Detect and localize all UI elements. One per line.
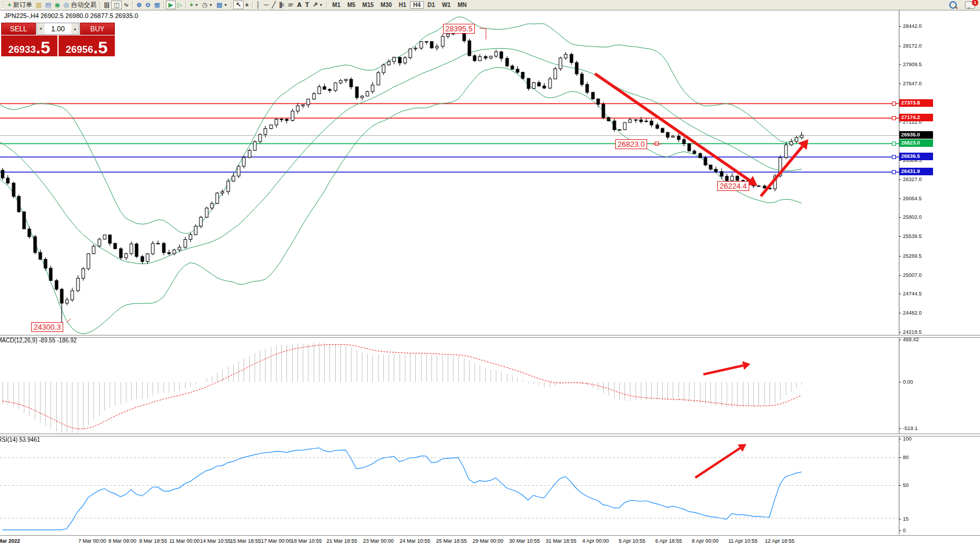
- time-tick-label: 17 Mar 00:00: [261, 538, 292, 544]
- price-line-label: 26823.0: [899, 139, 933, 147]
- axis-tick: [899, 313, 901, 313]
- sell-price-display: 26933.5: [1, 35, 57, 56]
- indicator-tick-label: 15: [903, 516, 909, 522]
- axis-tick: [899, 275, 901, 276]
- one-click-trade-panel: SELL ▼ ▲ BUY 26933.5 26956.5: [1, 23, 115, 56]
- rsi-indicator-label[interactable]: RSI(14) 53.9461: [0, 436, 40, 443]
- price-tick-label: 26327.0: [903, 176, 922, 182]
- indicator-tick-label: 80: [903, 454, 909, 460]
- price-tick-label: 24219.5: [903, 329, 922, 335]
- axis-tick: [899, 198, 901, 199]
- axis-tick: [899, 256, 901, 257]
- axis-tick: [899, 160, 901, 161]
- axis-tick: [899, 46, 901, 46]
- time-tick-label: 6 Apr 18:55: [655, 538, 682, 544]
- axis-tick: [899, 294, 901, 294]
- price-tick-label: 26064.5: [903, 196, 922, 201]
- time-tick-label: 31 Mar 18:55: [546, 538, 576, 544]
- time-tick-label: 23 Mar 00:00: [363, 538, 394, 544]
- time-tick-label: Mar 2022: [0, 538, 20, 544]
- line-handle[interactable]: [655, 142, 659, 146]
- sell-button[interactable]: SELL: [1, 23, 36, 35]
- price-line-label: 27373.8: [899, 99, 933, 107]
- indicator-tick-label: 50: [903, 482, 909, 488]
- axis-tick: [899, 64, 901, 65]
- time-tick-label: 7 Mar 00:00: [78, 538, 106, 544]
- axis-tick: [899, 84, 901, 84]
- price-line-label: 26639.5: [899, 153, 933, 160]
- volume-stepper: ▼ ▲: [37, 23, 79, 35]
- line-handle[interactable]: [892, 155, 896, 159]
- swing-low-26224-label[interactable]: 26224.4: [717, 181, 749, 191]
- price-tick-label: 25539.5: [903, 233, 922, 239]
- time-tick-label: 24 Mar 10:55: [400, 538, 430, 544]
- indicator-tick-label: 0.00: [903, 379, 913, 385]
- line-handle[interactable]: [892, 102, 896, 106]
- axis-tick: [899, 122, 901, 122]
- time-tick-label: 18 Mar 10:55: [291, 538, 322, 544]
- macd-indicator-label[interactable]: MACD(12,26,9) -89.55 -186.92: [0, 337, 77, 344]
- axis-tick: [899, 332, 901, 333]
- indicator-tick-label: -519.1: [903, 425, 918, 431]
- price-tick-label: 28172.0: [903, 43, 922, 49]
- axis-tick: [899, 217, 901, 218]
- line-handle[interactable]: [892, 116, 896, 120]
- indicator-tick-label: 0: [903, 528, 906, 533]
- time-tick-label: 5 Apr 10:55: [619, 538, 645, 544]
- level-26823-label[interactable]: 26823.0: [615, 139, 647, 149]
- time-tick-label: 9 Mar 18:55: [139, 538, 167, 544]
- swing-high-label[interactable]: 28395.5: [443, 24, 475, 34]
- time-tick-label: 8 Mar 09:00: [108, 538, 136, 544]
- volume-decrease-icon[interactable]: ▼: [37, 23, 45, 34]
- price-tick-label: 24744.5: [903, 291, 922, 297]
- price-line-label: 26935.0: [899, 131, 933, 139]
- volume-increase-icon[interactable]: ▲: [71, 23, 79, 34]
- time-tick-label: 15 Mar 18:55: [230, 538, 261, 544]
- time-axis[interactable]: Mar 20227 Mar 00:008 Mar 09:009 Mar 18:5…: [0, 535, 980, 545]
- price-line-label: 26431.9: [899, 168, 933, 175]
- axis-tick: [899, 236, 901, 237]
- price-line-label: 27174.2: [899, 114, 933, 121]
- macd-panel-separator[interactable]: [0, 335, 980, 338]
- price-tick-label: 24482.0: [903, 310, 922, 316]
- price-tick-label: 27909.5: [903, 62, 922, 67]
- swing-low-24300-label[interactable]: 24300.3: [31, 322, 63, 332]
- time-tick-label: 4 Apr 00:00: [582, 538, 609, 544]
- buy-price-display: 26956.5: [59, 35, 115, 56]
- line-handle[interactable]: [892, 142, 896, 146]
- time-tick-label: 12 Apr 18:55: [765, 538, 794, 544]
- time-tick-label: 8 Apr 00:00: [692, 538, 718, 544]
- time-tick-label: 11 Mar 00:00: [169, 538, 199, 544]
- indicator-tick-label: 100: [903, 436, 912, 442]
- time-tick-label: 29 Mar 00:00: [473, 538, 503, 544]
- price-tick-label: 25007.0: [903, 272, 922, 278]
- mt4-window: +新订单▥▤◉◎自动交易|||◫∿⊕⊖▦▶▷+▼◷▼▩▼↖+│─╱∥E≡FAT↗…: [0, 0, 980, 545]
- line-handle[interactable]: [892, 170, 896, 174]
- time-tick-label: 14 Mar 10:55: [200, 538, 231, 544]
- price-tick-label: 28442.0: [903, 23, 922, 29]
- time-tick-label: 25 Mar 18:55: [436, 538, 467, 544]
- axis-tick: [899, 26, 901, 27]
- price-tick-label: 25269.5: [903, 253, 922, 259]
- volume-input[interactable]: [45, 23, 71, 34]
- rsi-panel-separator[interactable]: [0, 434, 980, 436]
- price-chart-canvas[interactable]: [0, 0, 980, 545]
- time-tick-label: 30 Mar 10:55: [509, 538, 540, 544]
- price-tick-label: 27647.0: [903, 81, 922, 86]
- price-tick-label: 25802.0: [903, 214, 922, 220]
- axis-tick: [899, 179, 901, 180]
- time-tick-label: 11 Apr 10:55: [728, 538, 757, 544]
- time-tick-label: 21 Mar 18:55: [326, 538, 357, 544]
- buy-button[interactable]: BUY: [80, 23, 115, 35]
